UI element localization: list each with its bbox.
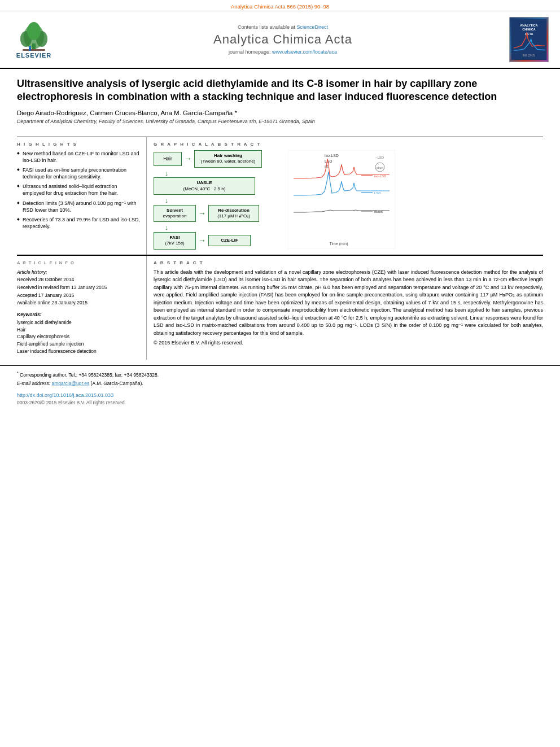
svg-text:ANALYTICA: ANALYTICA bbox=[520, 24, 537, 27]
page: Analytica Chimica Acta 866 (2015) 90–98 … bbox=[0, 0, 560, 747]
chromatogram-svg: iso-LSD LSD IS bbox=[288, 150, 395, 249]
affiliation: Department of Analytical Chemistry, Facu… bbox=[17, 119, 543, 124]
header-section: ELSEVIER Contents lists available at Sci… bbox=[0, 11, 560, 69]
flow-arrow-down-2: ↓ bbox=[165, 196, 283, 205]
flow-arrow-down-3: ↓ bbox=[165, 223, 283, 232]
svg-point-6 bbox=[29, 46, 31, 48]
footnote-star: * bbox=[17, 371, 19, 375]
svg-rect-7 bbox=[29, 48, 31, 51]
email-link[interactable]: amgarcia@ugr.es bbox=[51, 381, 89, 386]
authors: Diego Airado-Rodríguez, Carmen Cruces-Bl… bbox=[17, 110, 543, 116]
svg-text:866 (2015): 866 (2015) bbox=[523, 54, 536, 57]
svg-text:CHIMICA: CHIMICA bbox=[522, 28, 536, 31]
journal-citation: Analytica Chimica Acta 866 (2015) 90–98 bbox=[231, 3, 329, 10]
keyword: lysergic acid diethylamide bbox=[17, 319, 141, 326]
svg-text:iso-LSD: iso-LSD bbox=[325, 154, 339, 158]
list-item: Ultrasound assisted solid–liquid extract… bbox=[17, 183, 141, 196]
highlights-abstract-section: H I G H L I G H T S New method based on … bbox=[0, 137, 560, 255]
graphical-abstract-label: G R A P H I C A L A B S T R A C T bbox=[154, 142, 543, 147]
svg-text:Blank: Blank bbox=[374, 210, 383, 213]
keywords-label: Keywords: bbox=[17, 312, 141, 317]
keyword: Field-amplified sample injection bbox=[17, 340, 141, 348]
article-history: Article history: Received 28 October 201… bbox=[17, 269, 141, 307]
keyword: Laser induced fluorescence detection bbox=[17, 348, 141, 355]
two-col-top: H I G H L I G H T S New method based on … bbox=[17, 137, 543, 255]
journal-title: Analytica Chimica Acta bbox=[62, 32, 504, 47]
flow-box-hair: Hair bbox=[154, 152, 182, 166]
flow-arrow-down-1: ↓ bbox=[165, 169, 283, 178]
footer-section: * Corresponding author. Tel.: +34 958242… bbox=[0, 365, 560, 410]
svg-text:~LSD: ~LSD bbox=[375, 156, 384, 159]
copyright: © 2015 Elsevier B.V. All rights reserved… bbox=[154, 339, 543, 347]
keywords-list: lysergic acid diethylamide Hair Capillar… bbox=[17, 319, 141, 355]
keyword: Capillary electrophoresis bbox=[17, 333, 141, 340]
flow-box-czelif: CZE-LIF bbox=[208, 235, 251, 246]
abstract-label: A B S T R A C T bbox=[154, 260, 543, 265]
email-note: (A.M. García-Campaña). bbox=[91, 381, 143, 386]
list-item: FASI used as on-line sample preconcentra… bbox=[17, 167, 141, 180]
list-item: Detection limits (3 S/N) around 0.100 pg… bbox=[17, 200, 141, 213]
flow-diagram: Hair → Hair washing (Tween 80, water, ac… bbox=[154, 150, 283, 250]
abstract-text: This article deals with the development … bbox=[154, 269, 543, 347]
issn-text: 0003-2670/© 2015 Elsevier B.V. All right… bbox=[17, 400, 126, 405]
svg-text:Time (min): Time (min) bbox=[329, 242, 348, 246]
svg-rect-5 bbox=[23, 49, 45, 51]
flow-arrow-1: → bbox=[184, 154, 192, 163]
flow-box-uasle: UASLE (MeCN, 40°C · 2.5 h) bbox=[154, 177, 255, 195]
paper-title: Ultrasensitive analysis of lysergic acid… bbox=[17, 77, 543, 104]
keywords-section: Keywords: lysergic acid diethylamide Hai… bbox=[17, 312, 141, 355]
journal-cover-image: ANALYTICA CHIMICA ACTA 866 (2015) bbox=[509, 17, 549, 62]
svg-point-4 bbox=[27, 22, 41, 40]
email-footnote: E-mail address: amgarcia@ugr.es (A.M. Ga… bbox=[17, 380, 543, 387]
header-center: Contents lists available at ScienceDirec… bbox=[62, 24, 504, 55]
svg-text:struct: struct bbox=[377, 166, 384, 169]
flow-box-redissolution: Re-dissolution (117 μM H₃PO₄) bbox=[208, 205, 259, 222]
homepage-link[interactable]: www.elsevier.com/locate/aca bbox=[272, 49, 337, 55]
flow-arrow-3: → bbox=[198, 236, 206, 245]
accepted-date: Accepted 17 January 2015 bbox=[17, 292, 141, 300]
svg-text:LSD: LSD bbox=[374, 191, 381, 195]
svg-text:iso-LSD: iso-LSD bbox=[374, 174, 387, 178]
highlights-label: H I G H L I G H T S bbox=[17, 142, 141, 147]
journal-bar: Analytica Chimica Acta 866 (2015) 90–98 bbox=[0, 0, 560, 11]
email-label: E-mail address: bbox=[17, 381, 50, 386]
list-item: New method based on CZE-LIF to monitor L… bbox=[17, 150, 141, 164]
highlights-col: H I G H L I G H T S New method based on … bbox=[17, 137, 147, 255]
two-col-bottom: A R T I C L E I N F O Article history: R… bbox=[17, 255, 543, 360]
abstract-col: A B S T R A C T This article deals with … bbox=[147, 256, 543, 360]
highlights-list: New method based on CZE-LIF to monitor L… bbox=[17, 150, 141, 230]
article-info-abstract-section: A R T I C L E I N F O Article history: R… bbox=[0, 255, 560, 360]
paper-content: Ultrasensitive analysis of lysergic acid… bbox=[0, 69, 560, 137]
elsevier-tree-icon bbox=[17, 21, 51, 52]
elsevier-wordmark: ELSEVIER bbox=[16, 52, 51, 59]
issn-section: 0003-2670/© 2015 Elsevier B.V. All right… bbox=[17, 399, 543, 405]
graphical-abstract-col: G R A P H I C A L A B S T R A C T Hair →… bbox=[147, 137, 543, 255]
graphical-abstract-content: Hair → Hair washing (Tween 80, water, ac… bbox=[154, 150, 543, 250]
history-label: Article history: bbox=[17, 269, 47, 275]
sciencedirect-link[interactable]: ScienceDirect bbox=[297, 24, 329, 30]
flow-box-hair-washing: Hair washing (Tween 80, water, acetone) bbox=[194, 150, 262, 168]
elsevier-logo: ELSEVIER bbox=[11, 21, 56, 59]
cover-svg: ANALYTICA CHIMICA ACTA 866 (2015) bbox=[510, 19, 548, 60]
flow-box-fasi: FASI (7kV 15s) bbox=[154, 232, 196, 250]
doi-link[interactable]: http://dx.doi.org/10.1016/j.aca.2015.01.… bbox=[17, 392, 113, 398]
chromatogram-area: iso-LSD LSD IS bbox=[288, 150, 543, 250]
doi-section: http://dx.doi.org/10.1016/j.aca.2015.01.… bbox=[17, 392, 543, 398]
flow-box-solvent: Solvent evaporation bbox=[154, 205, 196, 222]
article-info-col: A R T I C L E I N F O Article history: R… bbox=[17, 256, 147, 360]
article-info-label: A R T I C L E I N F O bbox=[17, 260, 141, 265]
list-item: Recoveries of 73.3 and 79.9% for LSD and… bbox=[17, 216, 141, 230]
contents-line: Contents lists available at ScienceDirec… bbox=[62, 24, 504, 30]
flow-arrow-2: → bbox=[198, 209, 206, 218]
footnote: * Corresponding author. Tel.: +34 958242… bbox=[17, 370, 543, 379]
journal-homepage: journal homepage: www.elsevier.com/locat… bbox=[62, 49, 504, 55]
received-date: Received 28 October 2014 bbox=[17, 276, 141, 284]
revised-date: Received in revised form 13 January 2015 bbox=[17, 284, 141, 292]
keyword: Hair bbox=[17, 326, 141, 334]
available-date: Available online 23 January 2015 bbox=[17, 299, 141, 307]
